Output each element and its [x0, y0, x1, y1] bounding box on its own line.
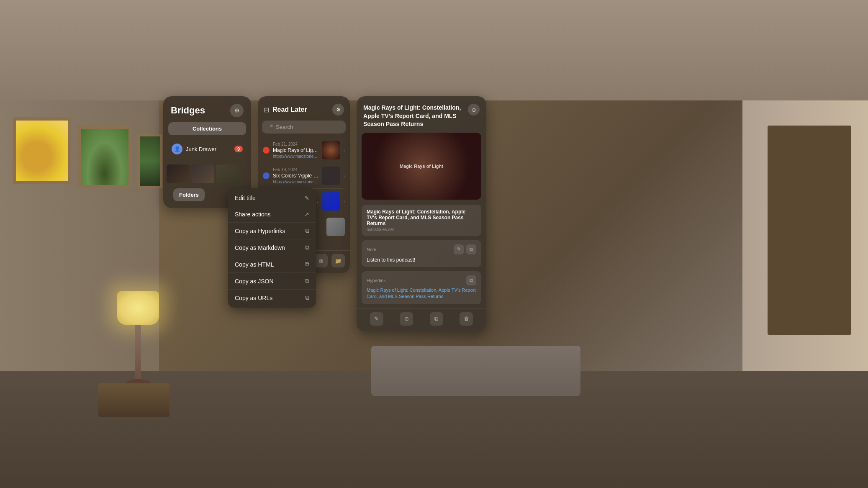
toolbar-folder-button[interactable]: 📁 [331, 254, 345, 267]
lamp-shade [117, 291, 159, 325]
junk-drawer-section: 👤 Junk Drawer 9 [163, 140, 251, 164]
note-section: Note ✎ ⧉ Listen to this podcast! [362, 240, 481, 267]
context-menu-copy-markdown[interactable]: Copy as Markdown ⧉ [228, 239, 316, 256]
context-menu-edit-title[interactable]: Edit title ✎ [228, 190, 316, 206]
note-label: Note [367, 247, 376, 252]
article-item-1[interactable]: Feb 21, 2024 Magic Rays of Light: Conste… [261, 138, 347, 163]
search-placeholder: Search [276, 124, 293, 130]
detail-edit-button[interactable]: ✎ [370, 312, 383, 326]
hyperlink-copy-button[interactable]: ⧉ [466, 275, 476, 285]
copy-json-label: Copy as JSON [235, 278, 274, 285]
context-menu: Edit title ✎ Share actions ↗ Copy as Hyp… [228, 188, 316, 308]
copy-urls-icon: ⧉ [305, 294, 309, 301]
hyperlink-header: Hyperlink ⧉ [367, 275, 476, 285]
article-thumb-3 [322, 192, 340, 211]
painting-3 [137, 134, 162, 188]
painting-2 [77, 126, 132, 188]
thumbnail-3 [216, 164, 239, 183]
detail-panel: Magic Rays of Light: Constellation, Appl… [357, 96, 486, 331]
note-copy-button[interactable]: ⧉ [466, 244, 476, 254]
note-text: Listen to this podcast! [367, 257, 476, 263]
collections-button[interactable]: Collections [168, 122, 246, 135]
junk-drawer-label: Junk Drawer [186, 146, 231, 152]
article-pin-1 [263, 147, 270, 154]
bridges-header: Bridges ⚙ [163, 96, 251, 122]
junk-drawer-item[interactable]: 👤 Junk Drawer 9 [168, 140, 246, 158]
detail-trash-button[interactable]: 🗑 [460, 312, 473, 326]
read-later-gear-button[interactable]: ⚙ [332, 104, 344, 116]
context-menu-copy-hyperlinks[interactable]: Copy as Hyperlinks ⧉ [228, 223, 316, 239]
article-title-2: Six Colors' 'Apple in 2023' Report Card [273, 173, 318, 180]
article-date-2: Feb 19, 2024 [273, 167, 318, 172]
hyperlink-label: Hyperlink [367, 278, 386, 283]
read-later-left: ⊟ Read Later [264, 106, 307, 114]
article-thumb-2 [322, 167, 340, 185]
share-icon: ↗ [304, 211, 309, 218]
article-thumb-4 [326, 218, 345, 236]
folders-button[interactable]: Folders [173, 188, 205, 201]
copy-html-icon: ⧉ [305, 261, 309, 268]
note-edit-icon: ✎ [457, 247, 461, 252]
hyperlink-url: Magic Rays of Light: Constellation, Appl… [367, 287, 476, 300]
context-menu-copy-urls[interactable]: Copy as URLs ⧉ [228, 290, 316, 306]
side-table [98, 383, 169, 417]
toolbar-trash-button[interactable]: 🗑 [314, 254, 328, 267]
bridges-title: Bridges [171, 105, 205, 116]
detail-image: Magic Rays of Light [362, 133, 481, 200]
detail-header: Magic Rays of Light: Constellation, Appl… [357, 96, 486, 133]
microphone-icon: 🎤 [267, 124, 273, 130]
read-later-title: Read Later [272, 106, 307, 113]
article-chevron-3: › [344, 199, 345, 204]
article-title-1: Magic Rays of Light: Constellation, Ap..… [273, 147, 318, 154]
note-actions: ✎ ⧉ [454, 244, 476, 254]
edit-icon: ✎ [304, 195, 309, 201]
copy-json-icon: ⧉ [305, 277, 309, 285]
copy-hyperlinks-icon: ⧉ [305, 227, 309, 234]
article-item-2[interactable]: Feb 19, 2024 Six Colors' 'Apple in 2023'… [261, 163, 347, 189]
couch [371, 346, 580, 396]
detail-copy-button[interactable]: ⧉ [430, 312, 443, 326]
detail-title: Magic Rays of Light: Constellation, Appl… [363, 104, 468, 128]
article-info-2: Feb 19, 2024 Six Colors' 'Apple in 2023'… [273, 167, 318, 184]
thumbnail-row [163, 164, 251, 188]
article-url-1: https://www.macstorie... [273, 154, 318, 159]
edit-title-label: Edit title [235, 195, 256, 201]
gear-icon: ⚙ [234, 107, 240, 114]
copy-markdown-icon: ⧉ [305, 244, 309, 251]
detail-target-button[interactable]: ⊙ [400, 312, 413, 326]
context-menu-copy-html[interactable]: Copy as HTML ⧉ [228, 256, 316, 273]
ui-container: Bridges ⚙ Collections 👤 Junk Drawer 9 Fo… [163, 96, 486, 331]
read-later-book-icon: ⊟ [264, 106, 269, 114]
article-thumb-1 [322, 141, 340, 159]
hyperlink-section: Hyperlink ⧉ Magic Rays of Light: Constel… [362, 271, 481, 304]
room-ceiling [0, 0, 868, 100]
search-bar[interactable]: 🎤 Search [262, 121, 346, 134]
article-pin-2 [263, 172, 270, 179]
junk-drawer-count: 9 [234, 146, 243, 152]
bridges-gear-button[interactable]: ⚙ [230, 104, 244, 117]
article-chevron-1: › [344, 148, 345, 153]
article-chevron-2: › [344, 174, 345, 178]
article-info-1: Feb 21, 2024 Magic Rays of Light: Conste… [273, 142, 318, 159]
article-url-2: https://www.macstorie... [273, 180, 318, 184]
copy-markdown-label: Copy as Markdown [235, 244, 285, 251]
note-edit-button[interactable]: ✎ [454, 244, 464, 254]
detail-card-title: Magic Rays of Light: Constellation, Appl… [367, 209, 476, 226]
thumbnail-1 [167, 164, 190, 183]
detail-card-info: Magic Rays of Light: Constellation, Appl… [362, 205, 481, 236]
context-menu-copy-json[interactable]: Copy as JSON ⧉ [228, 273, 316, 290]
note-header: Note ✎ ⧉ [367, 244, 476, 254]
context-menu-share-actions[interactable]: Share actions ↗ [228, 206, 316, 223]
lamp [117, 291, 159, 388]
detail-bottom-toolbar: ✎ ⊙ ⧉ 🗑 [357, 308, 486, 331]
painting-1 [13, 117, 71, 184]
hyperlink-copy-icon: ⧉ [470, 277, 473, 283]
smiley-icon: ☺ [471, 106, 477, 113]
junk-drawer-icon: 👤 [172, 144, 182, 154]
article-date-1: Feb 21, 2024 [273, 142, 318, 146]
bookshelf [768, 126, 851, 335]
detail-image-text: Magic Rays of Light [396, 160, 447, 172]
copy-hyperlinks-label: Copy as Hyperlinks [235, 228, 285, 234]
detail-smiley-button[interactable]: ☺ [468, 104, 480, 116]
read-later-gear-icon: ⚙ [336, 107, 341, 113]
